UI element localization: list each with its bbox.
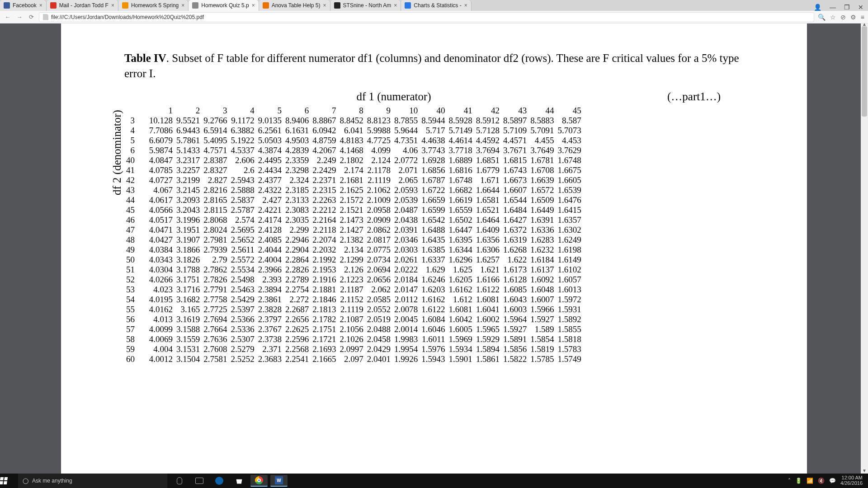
col-header: 9 bbox=[365, 106, 392, 116]
volume-icon[interactable]: 🔇 bbox=[818, 478, 825, 484]
taskbar-word[interactable]: W bbox=[270, 475, 288, 487]
close-tab-button[interactable]: × bbox=[111, 2, 114, 9]
minimize-button[interactable]: ― bbox=[830, 4, 836, 11]
cell: 1.5901 bbox=[447, 354, 474, 364]
cell: 4.004 bbox=[143, 344, 175, 354]
clock[interactable]: 12:00 AM 4/26/2016 bbox=[840, 475, 864, 486]
reload-button[interactable]: ⟳ bbox=[27, 14, 35, 20]
browser-tab[interactable]: Mail - Jordan Todd F× bbox=[47, 0, 118, 11]
taskbar-edge[interactable] bbox=[211, 475, 228, 487]
cell: 1.5943 bbox=[420, 354, 447, 364]
cell: 1.6435 bbox=[420, 235, 447, 245]
close-tab-button[interactable]: × bbox=[323, 2, 326, 9]
browser-tab[interactable]: Homework Quiz 5.p× bbox=[189, 0, 259, 11]
cell: 1.6011 bbox=[420, 334, 447, 344]
cell: 2.7581 bbox=[202, 354, 229, 364]
cell: 1.6003 bbox=[501, 305, 528, 314]
cell: 1.5894 bbox=[474, 344, 501, 354]
row-header: 48 bbox=[124, 235, 143, 245]
extension-icon[interactable]: ⚙ bbox=[850, 14, 856, 21]
scroll-thumb[interactable] bbox=[862, 26, 867, 117]
task-view-button[interactable] bbox=[191, 475, 208, 487]
part-label: (…part1…) bbox=[644, 90, 744, 103]
close-window-button[interactable]: ✕ bbox=[858, 4, 863, 11]
favicon-icon bbox=[192, 2, 198, 9]
cell: 2.1223 bbox=[338, 275, 365, 285]
cell: 2.8216 bbox=[202, 185, 229, 195]
cell: 1.6162 bbox=[420, 295, 447, 305]
close-tab-button[interactable]: × bbox=[181, 2, 184, 9]
cell: 4.4638 bbox=[420, 136, 447, 145]
cell: 2.1382 bbox=[338, 235, 365, 245]
browser-tab[interactable]: Homework 5 Spring× bbox=[118, 0, 189, 11]
forward-button[interactable]: → bbox=[15, 14, 24, 20]
action-center-icon[interactable]: 💬 bbox=[829, 478, 836, 484]
cell: 1.6572 bbox=[528, 185, 556, 195]
tray-chevron-up-icon[interactable]: ˄ bbox=[788, 478, 791, 484]
cell: 2.0487 bbox=[392, 205, 420, 215]
cell: 1.6682 bbox=[447, 185, 474, 195]
browser-tab[interactable]: Anova Table Help 5)× bbox=[259, 0, 330, 11]
cell: 2.606 bbox=[229, 155, 256, 165]
taskbar-mic[interactable] bbox=[171, 475, 188, 487]
close-tab-button[interactable]: × bbox=[39, 2, 42, 9]
cell: 2.5252 bbox=[229, 354, 256, 364]
stop-icon[interactable]: ⊘ bbox=[840, 14, 846, 21]
maximize-button[interactable]: ❐ bbox=[844, 4, 850, 11]
browser-tab[interactable]: STSnine - North Am× bbox=[330, 0, 401, 11]
start-button[interactable] bbox=[0, 477, 18, 484]
menu-icon[interactable]: ≡ bbox=[861, 14, 864, 21]
cell: 5.1922 bbox=[229, 136, 256, 145]
user-icon[interactable]: 👤 bbox=[814, 4, 821, 11]
close-tab-button[interactable]: × bbox=[394, 2, 397, 9]
zoom-icon[interactable]: 🔍 bbox=[818, 14, 826, 21]
taskbar-chrome[interactable] bbox=[250, 475, 268, 487]
cell: 1.6781 bbox=[528, 155, 556, 165]
cell: 1.6344 bbox=[447, 245, 474, 255]
tab-title: Homework 5 Spring bbox=[131, 2, 179, 9]
scrollbar[interactable]: ▲ ▼ bbox=[861, 23, 868, 474]
cortana-search[interactable]: ◯ Ask me anything bbox=[18, 474, 167, 488]
cell: 1.5854 bbox=[528, 334, 556, 344]
col-header: 8 bbox=[338, 106, 365, 116]
wifi-icon[interactable]: 📶 bbox=[807, 478, 813, 484]
cell: 1.5927 bbox=[501, 324, 528, 334]
row-header: 4 bbox=[124, 126, 143, 136]
cell: 6.0942 bbox=[311, 126, 338, 136]
cell: 2.0429 bbox=[365, 344, 392, 354]
cell: 4.7351 bbox=[392, 136, 420, 145]
back-button[interactable]: ← bbox=[4, 14, 12, 20]
cell: 2.1881 bbox=[311, 285, 338, 295]
cell: 3.1531 bbox=[175, 344, 202, 354]
cell: 2.5837 bbox=[229, 195, 256, 205]
taskbar-store[interactable] bbox=[231, 475, 248, 487]
cell: 2.2789 bbox=[283, 275, 311, 285]
cell: 1.6232 bbox=[528, 245, 556, 255]
col-header: 7 bbox=[311, 106, 338, 116]
cell: 2.2429 bbox=[311, 165, 338, 175]
cell: 2.3035 bbox=[283, 215, 311, 225]
cell: 2.3359 bbox=[283, 155, 311, 165]
cell: 1.6743 bbox=[501, 165, 528, 175]
cell: 4.0099 bbox=[143, 324, 175, 334]
omnibox[interactable]: file:///C:/Users/Jordan/Downloads/Homewo… bbox=[39, 12, 814, 22]
battery-icon[interactable]: 🔋 bbox=[795, 478, 802, 484]
cell: 2.0694 bbox=[365, 265, 392, 275]
cell: 1.6599 bbox=[420, 205, 447, 215]
cell: 1.5931 bbox=[556, 305, 583, 314]
cell: 2.1665 bbox=[311, 354, 338, 364]
pdf-viewport[interactable]: Table IV. Subset of F table for differen… bbox=[0, 23, 868, 474]
browser-tab[interactable]: Facebook× bbox=[0, 0, 47, 11]
close-tab-button[interactable]: × bbox=[252, 2, 255, 9]
browser-tab[interactable]: Charts & Statistics -× bbox=[401, 0, 471, 11]
cell: 1.5934 bbox=[447, 344, 474, 354]
cell: 2.2687 bbox=[283, 305, 311, 314]
edge-icon bbox=[215, 477, 223, 485]
col-header: 1 bbox=[143, 106, 175, 116]
tab-title: Facebook bbox=[13, 2, 37, 9]
close-tab-button[interactable]: × bbox=[464, 2, 467, 9]
cell: 2.4085 bbox=[256, 235, 283, 245]
cell: 2.1953 bbox=[311, 265, 338, 275]
bookmark-star-icon[interactable]: ☆ bbox=[830, 14, 836, 21]
cell: 2.1119 bbox=[365, 175, 392, 185]
